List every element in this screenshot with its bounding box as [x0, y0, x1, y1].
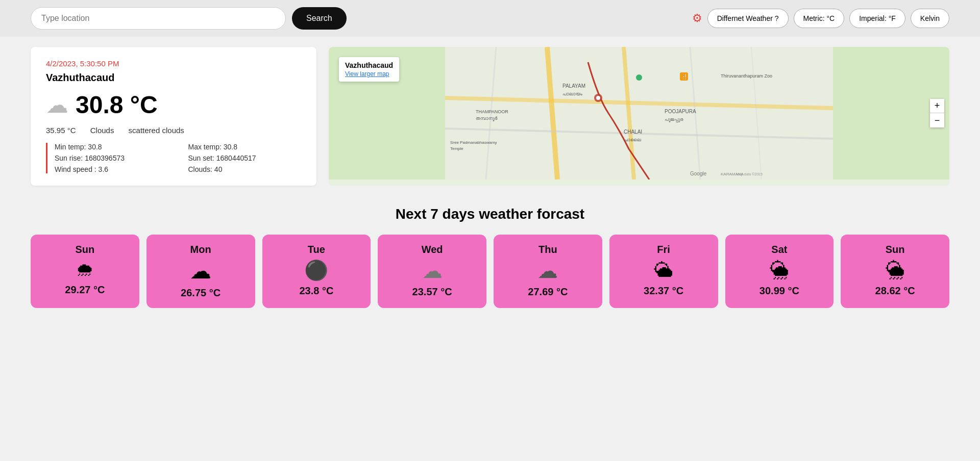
description: scattered clouds: [129, 126, 184, 135]
svg-text:THAMPANOOR: THAMPANOOR: [476, 109, 508, 114]
weather-card: 4/2/2023, 5:30:50 PM Vazhuthacaud ☁ 30.8…: [31, 47, 316, 186]
main-temperature: 30.8 °C: [76, 91, 158, 119]
weather-temp-row: ☁ 30.8 °C: [46, 91, 301, 119]
forecast-card: Thu☁27.69 °C: [494, 235, 602, 308]
search-input[interactable]: [31, 7, 286, 30]
forecast-card: Mon☁26.75 °C: [146, 235, 255, 308]
forecast-card: Sun🌦28.62 °C: [841, 235, 949, 308]
map-container: PALAYAM പാലായം CHALAI ചാലൈ POOJAPURA പൂജ…: [329, 47, 949, 186]
forecast-weather-icon: 🌦: [770, 261, 789, 280]
svg-text:Google: Google: [690, 171, 707, 176]
forecast-card: Sat🌦30.99 °C: [725, 235, 834, 308]
forecast-title: Next 7 days weather forcast: [31, 206, 949, 222]
weather-datetime: 4/2/2023, 5:30:50 PM: [46, 59, 301, 68]
svg-point-18: [636, 74, 642, 81]
svg-text:PALAYAM: PALAYAM: [562, 83, 585, 89]
settings-icon[interactable]: ⚙: [692, 12, 702, 25]
forecast-weather-icon: 🌥: [654, 261, 673, 280]
svg-text:Thiruvananthapuram Zoo: Thiruvananthapuram Zoo: [721, 73, 772, 79]
forecast-temperature: 23.57 °C: [412, 286, 452, 298]
forecast-card: Sun🌧29.27 °C: [31, 235, 139, 308]
forecast-day-label: Mon: [190, 244, 211, 255]
zoom-in-button[interactable]: +: [930, 99, 944, 113]
top-section: 4/2/2023, 5:30:50 PM Vazhuthacaud ☁ 30.8…: [31, 47, 949, 186]
different-weather-button[interactable]: Differnet Weather ?: [707, 9, 789, 28]
svg-text:പാലായം: പാലായം: [562, 91, 582, 96]
forecast-weather-icon: ⚫: [304, 261, 328, 280]
map-svg: PALAYAM പാലായം CHALAI ചാലൈ POOJAPURA പൂജ…: [329, 47, 949, 180]
metric-button[interactable]: Metric: °C: [794, 9, 845, 28]
map-zoom-controls: + −: [930, 99, 944, 127]
sunrise: Sun rise: 1680396573: [55, 154, 168, 162]
forecast-card: Wed☁23.57 °C: [378, 235, 486, 308]
forecast-day-label: Sun: [75, 244, 94, 255]
weather-extra: Min temp: 30.8 Max temp: 30.8 Sun rise: …: [46, 143, 301, 173]
kelvin-button[interactable]: Kelvin: [911, 9, 949, 28]
svg-text:തമ്പാനൂർ: തമ്പാനൂർ: [476, 116, 498, 121]
view-larger-map-link[interactable]: View larger map: [345, 70, 393, 78]
search-button[interactable]: Search: [292, 7, 347, 30]
zoom-out-button[interactable]: −: [930, 113, 944, 127]
forecast-cards: Sun🌧29.27 °CMon☁26.75 °CTue⚫23.8 °CWed☁2…: [31, 235, 949, 308]
svg-text:🍴: 🍴: [681, 73, 688, 80]
sunset: Sun set: 1680440517: [188, 154, 302, 162]
feels-like: 35.95 °C: [46, 126, 76, 135]
forecast-weather-icon: ☁: [422, 261, 443, 281]
forecast-temperature: 32.37 °C: [644, 285, 683, 297]
forecast-day-label: Tue: [308, 244, 325, 255]
forecast-card: Tue⚫23.8 °C: [262, 235, 371, 308]
forecast-day-label: Thu: [538, 244, 557, 255]
svg-text:CHALAI: CHALAI: [624, 129, 642, 135]
weather-details-row: 35.95 °C Clouds scattered clouds: [46, 126, 301, 135]
imperial-button[interactable]: Imperial: °F: [849, 9, 905, 28]
forecast-temperature: 27.69 °C: [528, 286, 568, 298]
forecast-weather-icon: 🌧: [76, 261, 94, 279]
cloud-label: Clouds: [90, 126, 114, 135]
header: Search ⚙ Differnet Weather ? Metric: °C …: [0, 0, 980, 37]
forecast-section: Next 7 days weather forcast Sun🌧29.27 °C…: [31, 206, 949, 308]
weather-location: Vazhuthacaud: [46, 72, 301, 84]
map-popup: Vazhuthacaud View larger map: [339, 57, 399, 82]
svg-text:Temple: Temple: [450, 146, 463, 151]
weather-extra-grid: Min temp: 30.8 Max temp: 30.8 Sun rise: …: [55, 143, 301, 173]
header-right: ⚙ Differnet Weather ? Metric: °C Imperia…: [692, 9, 949, 28]
svg-text:Sree Padmanabhaswamy: Sree Padmanabhaswamy: [450, 140, 497, 145]
map-popup-title: Vazhuthacaud: [345, 61, 393, 69]
svg-point-17: [596, 96, 600, 100]
svg-text:ചാലൈ: ചാലൈ: [624, 137, 641, 142]
forecast-temperature: 30.99 °C: [760, 285, 799, 297]
svg-text:Map data ©2023: Map data ©2023: [736, 172, 763, 176]
forecast-weather-icon: ☁: [537, 261, 558, 281]
forecast-weather-icon: 🌦: [886, 261, 905, 280]
forecast-weather-icon: ☁: [190, 261, 211, 282]
max-temp: Max temp: 30.8: [188, 143, 302, 151]
forecast-day-label: Wed: [422, 244, 443, 255]
forecast-temperature: 29.27 °C: [65, 284, 105, 296]
cloud-icon: ☁: [46, 92, 68, 118]
forecast-day-label: Sat: [771, 244, 787, 255]
forecast-temperature: 23.8 °C: [299, 285, 333, 297]
wind-speed: Wind speed : 3.6: [55, 165, 168, 173]
forecast-temperature: 26.75 °C: [181, 287, 220, 299]
clouds: Clouds: 40: [188, 165, 302, 173]
forecast-day-label: Sun: [886, 244, 905, 255]
forecast-temperature: 28.62 °C: [875, 285, 915, 297]
map-placeholder: PALAYAM പാലായം CHALAI ചാലൈ POOJAPURA പൂജ…: [329, 47, 949, 180]
forecast-day-label: Fri: [657, 244, 670, 255]
svg-text:POOJAPURA: POOJAPURA: [665, 109, 696, 114]
min-temp: Min temp: 30.8: [55, 143, 168, 151]
main-content: 4/2/2023, 5:30:50 PM Vazhuthacaud ☁ 30.8…: [0, 37, 980, 318]
forecast-card: Fri🌥32.37 °C: [609, 235, 718, 308]
